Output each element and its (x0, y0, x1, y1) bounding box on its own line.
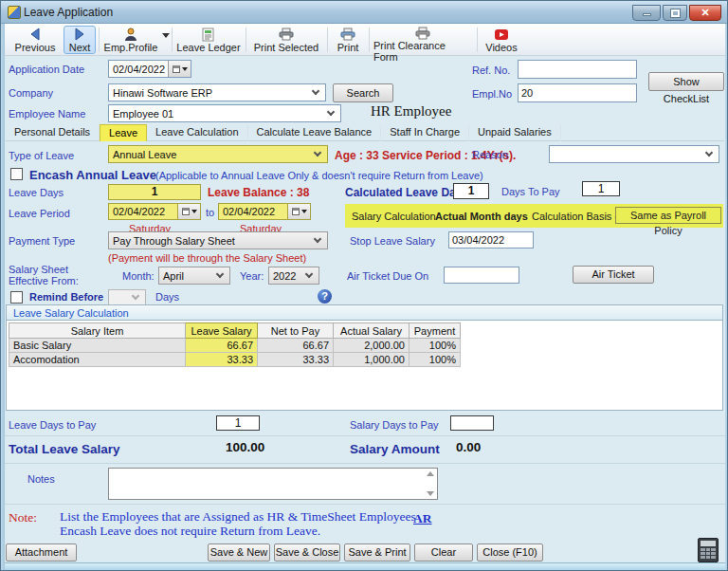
toolbar-print-label: Print (337, 42, 359, 53)
total-leave-salary-label: Total Leave Salary (9, 442, 120, 456)
calculator-keys (701, 548, 716, 559)
calculator-screen (701, 541, 716, 546)
leave-application-window: Leave Application ✕ Previous Next Emp.Pr… (0, 0, 728, 571)
calendar-icon[interactable] (168, 61, 191, 77)
salary-days-to-pay-value[interactable] (450, 415, 494, 431)
leave-period-label: Leave Period (9, 208, 70, 219)
dropdown-arrow-icon (191, 210, 197, 213)
calendar-icon[interactable] (177, 204, 200, 219)
calculation-basis-value[interactable]: Same as Payroll Policy (615, 207, 721, 224)
col-payment[interactable]: Payment (410, 323, 461, 339)
payment-type-select[interactable]: Pay Through Salary Sheet (108, 231, 328, 249)
toolbar-emp-profile-button[interactable]: Emp.Profile (101, 26, 160, 54)
scroll-down-icon[interactable] (427, 491, 434, 496)
tab-staff-in-charge[interactable]: Staff In Charge (381, 124, 469, 141)
col-leave-salary[interactable]: Leave Salary (186, 323, 258, 339)
clear-button[interactable]: Clear (414, 543, 473, 562)
leave-balance-text: Leave Balance : 38 (208, 186, 309, 199)
remind-before-label: Remind Before (29, 291, 103, 303)
table-row[interactable]: Accomodation 33.33 33.33 1,000.00 100% (9, 353, 461, 367)
close-f10-button[interactable]: Close (F10) (477, 543, 543, 562)
save-print-button[interactable]: Save & Print (344, 543, 410, 562)
type-of-leave-value: Annual Leave (109, 149, 315, 160)
close-button[interactable]: ✕ (689, 5, 721, 21)
scroll-up-icon[interactable] (427, 471, 434, 476)
toolbar-leave-ledger-button[interactable]: Leave Ledger (175, 26, 242, 54)
salary-days-to-pay-label: Salary Days to Pay (350, 419, 439, 431)
col-salary-item[interactable]: Salary Item (9, 323, 186, 339)
leave-days-to-pay-value[interactable]: 1 (216, 415, 260, 431)
tab-leave-calculation[interactable]: Leave Calculation (147, 124, 247, 141)
leave-days-input[interactable]: 1 (108, 184, 201, 200)
toolbar-next-button[interactable]: Next (64, 26, 96, 54)
table-row[interactable]: Basic Salary 66.67 66.67 2,000.00 100% (9, 339, 461, 353)
toolbar-separator (369, 28, 370, 52)
chevron-down-icon (305, 270, 313, 278)
toolbar-print-clearance-form-button[interactable]: Print Clearance Form (373, 26, 473, 54)
window-title: Leave Application (24, 6, 113, 19)
salary-sheet-label-line1: Salary Sheet (9, 264, 68, 275)
app-icon (8, 6, 21, 19)
remind-before-checkbox[interactable] (10, 291, 23, 304)
air-ticket-button[interactable]: Air Ticket (573, 266, 654, 284)
minimize-button[interactable] (632, 5, 661, 21)
textarea-scroll-rail[interactable] (424, 470, 436, 498)
cell-item: Accomodation (9, 353, 186, 367)
days-to-pay-value[interactable]: 1 (582, 181, 620, 196)
search-button[interactable]: Search (333, 83, 393, 102)
tab-unpaid-salaries[interactable]: Unpaid Salaries (469, 124, 561, 141)
empl-no-label: Empl.No (472, 88, 512, 100)
toolbar-print-selected-button[interactable]: Print Selected (249, 26, 323, 54)
month-select[interactable]: April (158, 267, 230, 285)
stop-leave-salary-input[interactable] (448, 231, 534, 249)
application-date-field[interactable]: 02/04/2022 (108, 60, 191, 78)
col-actual-salary[interactable]: Actual Salary (334, 323, 410, 339)
calendar-icon[interactable] (287, 204, 310, 219)
status-bar (1, 562, 728, 571)
save-close-button[interactable]: Save & Close (274, 543, 340, 562)
emp-profile-dropdown-icon[interactable] (162, 33, 170, 38)
toolbar-separator (246, 28, 246, 52)
ref-no-input[interactable] (518, 60, 637, 79)
tab-leave[interactable]: Leave (100, 124, 147, 141)
notes-textarea[interactable] (108, 468, 438, 500)
show-checklist-button[interactable]: Show CheckList (648, 72, 724, 91)
chevron-down-icon (216, 270, 224, 278)
tab-personal-details[interactable]: Personal Details (6, 124, 100, 141)
employee-name-label: Employee Name (9, 108, 85, 120)
to-label: to (206, 207, 214, 218)
reason-select[interactable] (549, 145, 719, 163)
year-select[interactable]: 2022 (268, 267, 319, 285)
encash-annual-leave-checkbox[interactable] (10, 168, 23, 180)
type-of-leave-select[interactable]: Annual Leave (108, 145, 328, 163)
maximize-icon (671, 9, 680, 17)
toolbar-videos-button[interactable]: Videos (481, 26, 522, 54)
chevron-down-icon (312, 87, 319, 95)
save-new-button[interactable]: Save & New (208, 543, 270, 562)
attachment-button[interactable]: Attachment (6, 543, 77, 562)
payment-type-label: Payment Type (9, 235, 75, 247)
toolbar-print-button[interactable]: Print (331, 26, 365, 54)
help-icon[interactable]: ? (318, 289, 332, 304)
leave-period-from-field[interactable]: 02/04/2022 (108, 203, 201, 220)
leave-period-to-field[interactable]: 02/04/2022 (218, 203, 311, 220)
toolbar-separator (327, 28, 328, 52)
application-date-label: Application Date (9, 64, 84, 75)
toolbar-previous-button[interactable]: Previous (9, 26, 62, 54)
ledger-document-icon (202, 27, 215, 42)
title-bar: Leave Application ✕ (1, 1, 728, 24)
air-ticket-due-input[interactable] (444, 267, 519, 284)
toolbar-leave-ledger-label: Leave Ledger (176, 42, 240, 53)
employee-name-select[interactable]: Employee 01 (108, 104, 341, 122)
leave-from-value: 02/04/2022 (109, 206, 177, 217)
tab-calculate-leave-balance[interactable]: Calculate Leave Balance (248, 124, 382, 141)
company-select[interactable]: Hinawi Software ERP (108, 83, 326, 101)
arrow-right-icon (72, 27, 87, 42)
printer-icon (340, 27, 355, 42)
ar-link[interactable]: AR (413, 511, 432, 526)
payment-type-value: Pay Through Salary Sheet (109, 235, 315, 247)
maximize-button[interactable] (663, 5, 687, 21)
calculator-icon[interactable] (698, 538, 719, 562)
empl-no-input[interactable] (518, 83, 637, 102)
col-net-to-pay[interactable]: Net to Pay (258, 323, 334, 339)
